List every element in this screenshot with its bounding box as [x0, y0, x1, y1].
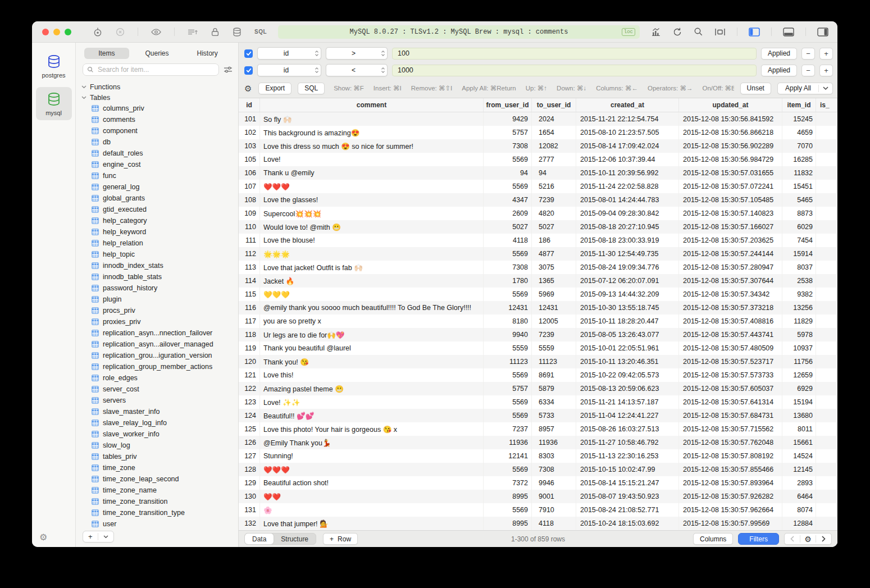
- next-page-button[interactable]: [816, 534, 831, 544]
- table-row[interactable]: 123 Love! ✨✨ 5569 6334 2015-11-21 14:13:…: [239, 395, 837, 409]
- sidebar-table-item[interactable]: replication_asyn...nnection_failover: [76, 327, 238, 339]
- connection-mysql[interactable]: mysql: [36, 87, 72, 120]
- cell-from-user-id[interactable]: 5569: [484, 463, 532, 476]
- filter-operator-select[interactable]: >: [326, 47, 388, 60]
- table-row[interactable]: 108 Love the glasses! 4347 7239 2015-08-…: [239, 193, 837, 207]
- cell-to-user-id[interactable]: 8691: [532, 368, 576, 382]
- tab-items[interactable]: Items: [84, 48, 129, 59]
- tab-history[interactable]: History: [185, 48, 230, 59]
- cell-created-at[interactable]: 2015-09-13 14:44:32.209: [576, 288, 679, 301]
- cell-to-user-id[interactable]: 4820: [532, 207, 576, 220]
- table-row[interactable]: 107 ❤️❤️❤️ 5569 5216 2015-11-24 22:02:58…: [239, 180, 837, 193]
- cell-comment[interactable]: 🌟🌟🌟: [260, 247, 484, 261]
- cell-is[interactable]: [816, 449, 837, 463]
- cell-id[interactable]: 132: [239, 517, 260, 530]
- table-row[interactable]: 121 Love this! 5569 8691 2015-10-22 09:4…: [239, 368, 837, 382]
- cell-updated-at[interactable]: 2015-12-08 15:30:57.855466: [679, 463, 782, 476]
- cell-from-user-id[interactable]: 5569: [484, 368, 532, 382]
- cell-id[interactable]: 131: [239, 503, 260, 517]
- table-row[interactable]: 126 @Emily Thank you💃 11936 11936 2015-1…: [239, 436, 837, 449]
- cell-updated-at[interactable]: 2015-12-08 15:30:57.523717: [679, 355, 782, 368]
- cell-is[interactable]: [816, 341, 837, 355]
- cell-item-id[interactable]: 16285: [782, 153, 816, 166]
- cell-updated-at[interactable]: 2015-12-08 15:30:57.573733: [679, 368, 782, 382]
- data-view-button[interactable]: Data: [245, 534, 274, 544]
- apply-all-button[interactable]: Apply All: [778, 84, 818, 92]
- cell-item-id[interactable]: 12884: [782, 517, 816, 530]
- cell-created-at[interactable]: 2015-08-24 19:09:34.776: [576, 261, 679, 274]
- filters-button[interactable]: Filters: [738, 533, 779, 545]
- cell-to-user-id[interactable]: 5879: [532, 382, 576, 395]
- table-row[interactable]: 115 💛💛💛 5569 5969 2015-09-13 14:44:32.20…: [239, 288, 837, 301]
- sidebar-table-item[interactable]: gtid_executed: [76, 204, 238, 215]
- cell-updated-at[interactable]: 2015-12-08 15:30:57.762048: [679, 436, 782, 449]
- cell-from-user-id[interactable]: 4347: [484, 193, 532, 207]
- zoom-window-button[interactable]: [65, 29, 71, 35]
- sidebar-table-item[interactable]: servers: [76, 395, 238, 406]
- cell-comment[interactable]: Supercool💥💥💥: [260, 207, 484, 220]
- connection-postgres[interactable]: postgres: [36, 49, 72, 83]
- filter-settings-gear-icon[interactable]: ⚙: [244, 84, 252, 93]
- cell-created-at[interactable]: 2015-11-24 22:02:58.828: [576, 180, 679, 193]
- add-item-button[interactable]: +: [83, 531, 98, 542]
- cell-updated-at[interactable]: 2015-12-08 15:30:57.926282: [679, 490, 782, 503]
- filter-field-select[interactable]: id: [257, 64, 321, 76]
- cell-to-user-id[interactable]: 4877: [532, 247, 576, 261]
- sidebar-table-item[interactable]: engine_cost: [76, 159, 238, 170]
- cell-comment[interactable]: ❤️❤️: [260, 490, 484, 503]
- cell-item-id[interactable]: 15245: [782, 112, 816, 126]
- sidebar-table-item[interactable]: procs_priv: [76, 305, 238, 316]
- cell-is[interactable]: [816, 247, 837, 261]
- cell-updated-at[interactable]: 2015-12-08 15:30:57.105485: [679, 193, 782, 207]
- search-input[interactable]: [97, 65, 215, 74]
- cell-updated-at[interactable]: 2015-12-08 15:30:57.140823: [679, 207, 782, 220]
- sidebar-table-item[interactable]: time_zone: [76, 462, 238, 473]
- cell-id[interactable]: 116: [239, 301, 260, 314]
- settings-gear-icon[interactable]: ⚙: [39, 533, 47, 542]
- cell-comment[interactable]: This background is amazing😍: [260, 126, 484, 139]
- cell-item-id[interactable]: 8873: [782, 207, 816, 220]
- cell-to-user-id[interactable]: 12082: [532, 139, 576, 153]
- table-row[interactable]: 129 Beautiful action shot! 7372 9946 201…: [239, 476, 837, 490]
- cell-from-user-id[interactable]: 7308: [484, 139, 532, 153]
- sidebar-table-item[interactable]: role_edges: [76, 372, 238, 384]
- cell-created-at[interactable]: 2015-09-04 09:28:30.842: [576, 207, 679, 220]
- cell-to-user-id[interactable]: 2777: [532, 153, 576, 166]
- cell-to-user-id[interactable]: 7239: [532, 193, 576, 207]
- apply-all-menu-button[interactable]: [819, 83, 832, 94]
- sidebar-table-item[interactable]: tables_priv: [76, 451, 238, 462]
- table-row[interactable]: 128 ❤️❤️❤️ 5569 7308 2015-10-15 10:02:47…: [239, 463, 837, 476]
- database-icon[interactable]: [232, 27, 242, 37]
- cell-id[interactable]: 119: [239, 341, 260, 355]
- cell-item-id[interactable]: 9382: [782, 288, 816, 301]
- cell-id[interactable]: 122: [239, 382, 260, 395]
- cell-created-at[interactable]: 2015-08-18 23:00:33.919: [576, 234, 679, 247]
- sidebar-table-item[interactable]: time_zone_transition: [76, 496, 238, 507]
- sidebar-table-item[interactable]: help_category: [76, 215, 238, 226]
- sidebar-table-item[interactable]: replication_asyn...ailover_managed: [76, 339, 238, 350]
- cell-is[interactable]: [816, 436, 837, 449]
- cell-is[interactable]: [816, 463, 837, 476]
- sidebar-table-item[interactable]: slave_master_info: [76, 406, 238, 417]
- cell-created-at[interactable]: 2015-08-13 20:59:06.623: [576, 382, 679, 395]
- cell-from-user-id[interactable]: 9429: [484, 112, 532, 126]
- filter-field-select[interactable]: id: [257, 47, 321, 60]
- cell-id[interactable]: 108: [239, 193, 260, 207]
- cell-from-user-id[interactable]: 7237: [484, 422, 532, 436]
- lock-icon[interactable]: [211, 27, 220, 37]
- cell-id[interactable]: 111: [239, 234, 260, 247]
- cell-comment[interactable]: Beautiful action shot!: [260, 476, 484, 490]
- filter-adjust-icon[interactable]: [224, 66, 233, 74]
- cell-item-id[interactable]: 13256: [782, 301, 816, 314]
- cell-comment[interactable]: Stunning!: [260, 449, 484, 463]
- cell-updated-at[interactable]: 2015-12-08 15:30:57.808192: [679, 449, 782, 463]
- cell-created-at[interactable]: 2015-08-01 14:24:44.783: [576, 193, 679, 207]
- columns-button[interactable]: Columns: [693, 533, 733, 545]
- cell-to-user-id[interactable]: 6334: [532, 395, 576, 409]
- cell-is[interactable]: [816, 261, 837, 274]
- cell-comment[interactable]: Love the glasses!: [260, 193, 484, 207]
- table-row[interactable]: 102 This background is amazing😍 5757 165…: [239, 126, 837, 139]
- cell-updated-at[interactable]: 2015-12-08 15:30:57.605037: [679, 382, 782, 395]
- cell-from-user-id[interactable]: 5027: [484, 220, 532, 234]
- cell-is[interactable]: [816, 139, 837, 153]
